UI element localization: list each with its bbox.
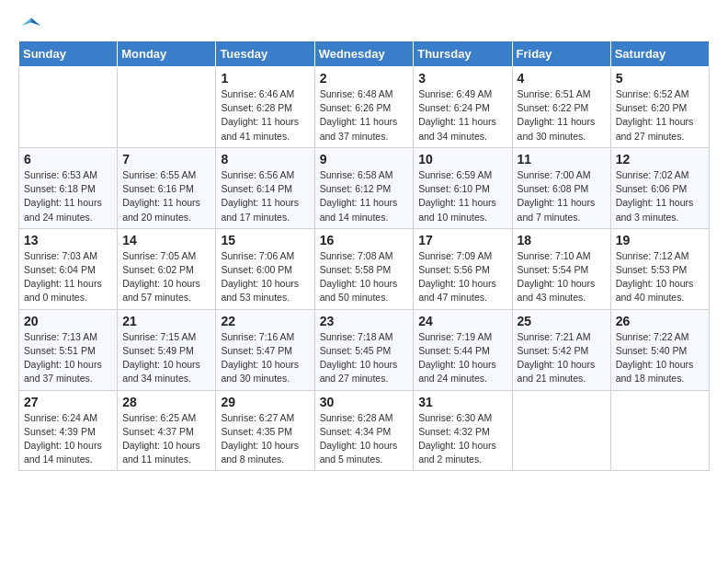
day-cell-12: 12Sunrise: 7:02 AMSunset: 6:06 PMDayligh…: [610, 147, 709, 228]
weekday-header-friday: Friday: [512, 41, 610, 67]
svg-marker-1: [22, 17, 31, 26]
empty-cell: [19, 67, 118, 148]
day-cell-6: 6Sunrise: 6:53 AMSunset: 6:18 PMDaylight…: [19, 147, 118, 228]
day-number: 3: [418, 71, 506, 86]
day-number: 12: [616, 152, 704, 167]
day-number: 2: [320, 71, 409, 86]
day-info: Sunrise: 6:24 AMSunset: 4:39 PMDaylight:…: [24, 411, 112, 467]
day-number: 30: [320, 395, 409, 409]
day-cell-5: 5Sunrise: 6:52 AMSunset: 6:20 PMDaylight…: [610, 67, 709, 148]
day-number: 1: [221, 71, 309, 86]
day-number: 23: [320, 314, 409, 328]
day-number: 27: [24, 395, 112, 409]
empty-cell: [610, 390, 709, 471]
day-info: Sunrise: 7:22 AMSunset: 5:40 PMDaylight:…: [616, 330, 704, 386]
day-info: Sunrise: 6:58 AMSunset: 6:12 PMDaylight:…: [320, 168, 409, 224]
empty-cell: [118, 67, 216, 148]
day-info: Sunrise: 7:21 AMSunset: 5:42 PMDaylight:…: [518, 330, 606, 386]
day-info: Sunrise: 7:00 AMSunset: 6:08 PMDaylight:…: [518, 168, 606, 224]
day-cell-7: 7Sunrise: 6:55 AMSunset: 6:16 PMDaylight…: [118, 147, 216, 228]
day-info: Sunrise: 6:46 AMSunset: 6:28 PMDaylight:…: [221, 87, 309, 144]
day-cell-4: 4Sunrise: 6:51 AMSunset: 6:22 PMDaylight…: [512, 67, 610, 148]
day-cell-25: 25Sunrise: 7:21 AMSunset: 5:42 PMDayligh…: [512, 309, 610, 390]
header: [18, 15, 710, 33]
day-info: Sunrise: 6:49 AMSunset: 6:24 PMDaylight:…: [418, 87, 506, 144]
day-number: 8: [221, 152, 309, 167]
day-info: Sunrise: 6:55 AMSunset: 6:16 PMDaylight:…: [122, 168, 210, 224]
day-info: Sunrise: 6:27 AMSunset: 4:35 PMDaylight:…: [221, 411, 309, 467]
day-number: 11: [518, 152, 606, 167]
day-number: 16: [320, 233, 409, 247]
week-row-5: 27Sunrise: 6:24 AMSunset: 4:39 PMDayligh…: [19, 390, 710, 471]
weekday-header-tuesday: Tuesday: [216, 41, 314, 67]
page: SundayMondayTuesdayWednesdayThursdayFrid…: [0, 0, 728, 486]
day-cell-24: 24Sunrise: 7:19 AMSunset: 5:44 PMDayligh…: [414, 309, 512, 390]
day-cell-20: 20Sunrise: 7:13 AMSunset: 5:51 PMDayligh…: [19, 309, 118, 390]
day-number: 20: [24, 314, 112, 328]
week-row-1: 1Sunrise: 6:46 AMSunset: 6:28 PMDaylight…: [19, 67, 710, 148]
day-number: 7: [122, 152, 210, 167]
empty-cell: [512, 390, 610, 471]
day-info: Sunrise: 7:13 AMSunset: 5:51 PMDaylight:…: [24, 330, 112, 386]
day-info: Sunrise: 7:06 AMSunset: 6:00 PMDaylight:…: [221, 249, 309, 305]
day-cell-13: 13Sunrise: 7:03 AMSunset: 6:04 PMDayligh…: [19, 228, 118, 309]
day-cell-23: 23Sunrise: 7:18 AMSunset: 5:45 PMDayligh…: [314, 309, 414, 390]
day-info: Sunrise: 6:48 AMSunset: 6:26 PMDaylight:…: [320, 87, 409, 144]
day-info: Sunrise: 7:15 AMSunset: 5:49 PMDaylight:…: [122, 330, 210, 386]
day-info: Sunrise: 7:10 AMSunset: 5:54 PMDaylight:…: [518, 249, 606, 305]
day-cell-18: 18Sunrise: 7:10 AMSunset: 5:54 PMDayligh…: [512, 228, 610, 309]
weekday-header-thursday: Thursday: [414, 41, 512, 67]
day-cell-3: 3Sunrise: 6:49 AMSunset: 6:24 PMDaylight…: [414, 67, 512, 148]
day-cell-27: 27Sunrise: 6:24 AMSunset: 4:39 PMDayligh…: [19, 390, 118, 471]
day-info: Sunrise: 7:18 AMSunset: 5:45 PMDaylight:…: [320, 330, 409, 386]
day-info: Sunrise: 6:59 AMSunset: 6:10 PMDaylight:…: [418, 168, 506, 224]
day-number: 22: [221, 314, 309, 328]
day-info: Sunrise: 7:03 AMSunset: 6:04 PMDaylight:…: [24, 249, 112, 305]
day-number: 31: [418, 395, 506, 409]
weekday-header-sunday: Sunday: [19, 41, 118, 67]
day-number: 15: [221, 233, 309, 247]
day-cell-31: 31Sunrise: 6:30 AMSunset: 4:32 PMDayligh…: [414, 390, 512, 471]
day-cell-29: 29Sunrise: 6:27 AMSunset: 4:35 PMDayligh…: [216, 390, 314, 471]
day-cell-28: 28Sunrise: 6:25 AMSunset: 4:37 PMDayligh…: [118, 390, 216, 471]
day-info: Sunrise: 6:53 AMSunset: 6:18 PMDaylight:…: [24, 168, 112, 224]
day-cell-19: 19Sunrise: 7:12 AMSunset: 5:53 PMDayligh…: [610, 228, 709, 309]
day-cell-22: 22Sunrise: 7:16 AMSunset: 5:47 PMDayligh…: [216, 309, 314, 390]
day-info: Sunrise: 7:16 AMSunset: 5:47 PMDaylight:…: [221, 330, 309, 386]
weekday-header-monday: Monday: [118, 41, 216, 67]
day-number: 14: [122, 233, 210, 247]
day-number: 9: [320, 152, 409, 167]
day-cell-10: 10Sunrise: 6:59 AMSunset: 6:10 PMDayligh…: [414, 147, 512, 228]
day-info: Sunrise: 6:28 AMSunset: 4:34 PMDaylight:…: [320, 411, 409, 467]
day-info: Sunrise: 6:52 AMSunset: 6:20 PMDaylight:…: [616, 87, 704, 144]
day-cell-11: 11Sunrise: 7:00 AMSunset: 6:08 PMDayligh…: [512, 147, 610, 228]
day-number: 4: [518, 71, 606, 86]
day-cell-30: 30Sunrise: 6:28 AMSunset: 4:34 PMDayligh…: [314, 390, 414, 471]
day-info: Sunrise: 6:25 AMSunset: 4:37 PMDaylight:…: [122, 411, 210, 467]
day-info: Sunrise: 6:56 AMSunset: 6:14 PMDaylight:…: [221, 168, 309, 224]
day-cell-14: 14Sunrise: 7:05 AMSunset: 6:02 PMDayligh…: [118, 228, 216, 309]
day-number: 19: [616, 233, 704, 247]
day-info: Sunrise: 6:30 AMSunset: 4:32 PMDaylight:…: [418, 411, 506, 467]
day-number: 13: [24, 233, 112, 247]
day-cell-26: 26Sunrise: 7:22 AMSunset: 5:40 PMDayligh…: [610, 309, 709, 390]
day-number: 10: [418, 152, 506, 167]
logo-bird-icon: [20, 15, 42, 37]
day-info: Sunrise: 7:05 AMSunset: 6:02 PMDaylight:…: [122, 249, 210, 305]
calendar: SundayMondayTuesdayWednesdayThursdayFrid…: [18, 40, 710, 471]
day-info: Sunrise: 6:51 AMSunset: 6:22 PMDaylight:…: [518, 87, 606, 144]
weekday-header-wednesday: Wednesday: [314, 41, 414, 67]
day-info: Sunrise: 7:19 AMSunset: 5:44 PMDaylight:…: [418, 330, 506, 386]
day-number: 6: [24, 152, 112, 167]
day-info: Sunrise: 7:09 AMSunset: 5:56 PMDaylight:…: [418, 249, 506, 305]
logo: [18, 15, 42, 33]
day-cell-16: 16Sunrise: 7:08 AMSunset: 5:58 PMDayligh…: [314, 228, 414, 309]
day-number: 5: [616, 71, 704, 86]
day-cell-15: 15Sunrise: 7:06 AMSunset: 6:00 PMDayligh…: [216, 228, 314, 309]
day-cell-2: 2Sunrise: 6:48 AMSunset: 6:26 PMDaylight…: [314, 67, 414, 148]
day-cell-8: 8Sunrise: 6:56 AMSunset: 6:14 PMDaylight…: [216, 147, 314, 228]
day-info: Sunrise: 7:08 AMSunset: 5:58 PMDaylight:…: [320, 249, 409, 305]
week-row-3: 13Sunrise: 7:03 AMSunset: 6:04 PMDayligh…: [19, 228, 710, 309]
day-cell-9: 9Sunrise: 6:58 AMSunset: 6:12 PMDaylight…: [314, 147, 414, 228]
week-row-4: 20Sunrise: 7:13 AMSunset: 5:51 PMDayligh…: [19, 309, 710, 390]
